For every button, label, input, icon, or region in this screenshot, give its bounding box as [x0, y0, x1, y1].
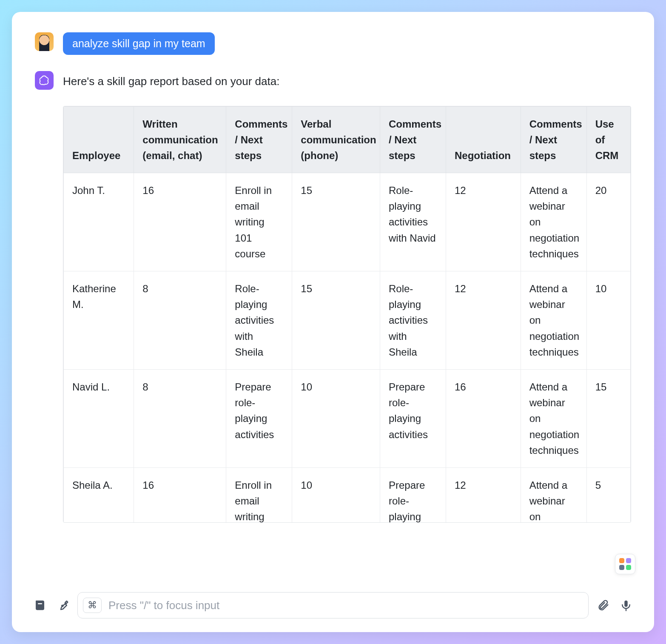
cell-value: 16: [134, 173, 226, 271]
cell-value: 20: [586, 173, 630, 271]
skill-gap-table-container[interactable]: Employee Written communication (email, c…: [63, 106, 631, 523]
voice-button[interactable]: [618, 597, 635, 614]
cell-value: 8: [134, 271, 226, 370]
library-button[interactable]: [31, 597, 48, 614]
col-verbal: Verbal communication (phone): [292, 106, 380, 173]
table-header-row: Employee Written communication (email, c…: [64, 106, 631, 173]
cell-employee: John T.: [64, 173, 134, 271]
col-employee: Employee: [64, 106, 134, 173]
cell-comment: Attend a webinar on negotiation: [521, 467, 586, 522]
table-row: Katherine M. 8 Role-playing activities w…: [64, 271, 631, 370]
composer-bar: ⌘: [12, 584, 654, 632]
conversation-area: analyze skill gap in my team Here's a sk…: [12, 12, 654, 584]
cell-employee: Sheila A.: [64, 467, 134, 522]
cell-value: 10: [292, 369, 380, 467]
cell-value: 10: [292, 467, 380, 522]
col-written: Written communication (email, chat): [134, 106, 226, 173]
svg-rect-3: [624, 601, 628, 607]
openai-knot-icon: [38, 74, 50, 86]
pen-nib-icon: [57, 599, 69, 612]
pen-tool-button[interactable]: [54, 597, 71, 614]
user-avatar: [35, 32, 54, 51]
apps-widget-button[interactable]: [615, 554, 635, 574]
cell-value: 12: [446, 173, 521, 271]
microphone-icon: [620, 599, 632, 612]
user-message-row: analyze skill gap in my team: [35, 32, 631, 55]
cell-comment: Role-playing activities with Sheila: [226, 271, 292, 370]
cell-comment: Enroll in email writing 101: [226, 467, 292, 522]
col-negotiation: Negotiation: [446, 106, 521, 173]
apps-grid-icon: [619, 558, 631, 570]
cell-value: 15: [586, 369, 630, 467]
assistant-intro-text: Here's a skill gap report based on your …: [63, 71, 279, 89]
cell-value: 16: [446, 369, 521, 467]
chat-card: analyze skill gap in my team Here's a sk…: [12, 12, 654, 632]
attach-button[interactable]: [595, 597, 612, 614]
user-message-bubble: analyze skill gap in my team: [63, 32, 215, 55]
book-icon: [34, 599, 46, 612]
paperclip-icon: [597, 599, 609, 612]
cell-value: 12: [446, 271, 521, 370]
cell-comment: Attend a webinar on negotiation techniqu…: [521, 271, 586, 370]
col-comments3: Comments / Next steps: [521, 106, 586, 173]
cell-comment: Attend a webinar on negotiation techniqu…: [521, 369, 586, 467]
cell-value: 12: [446, 467, 521, 522]
cell-comment: Role-playing activities with Sheila: [380, 271, 446, 370]
shortcut-chip: ⌘: [83, 598, 102, 613]
assistant-avatar: [35, 71, 54, 90]
cell-comment: Role-playing activities with Navid: [380, 173, 446, 271]
table-row: Navid L. 8 Prepare role-playing activiti…: [64, 369, 631, 467]
cell-value: 15: [292, 173, 380, 271]
cell-value: 8: [134, 369, 226, 467]
cell-comment: Prepare role-playing: [380, 467, 446, 522]
cell-comment: Attend a webinar on negotiation techniqu…: [521, 173, 586, 271]
cell-comment: Prepare role-playing activities: [380, 369, 446, 467]
table-row: Sheila A. 16 Enroll in email writing 101…: [64, 467, 631, 522]
cell-value: 10: [586, 271, 630, 370]
cell-value: 15: [292, 271, 380, 370]
svg-rect-0: [36, 601, 44, 610]
skill-gap-table: Employee Written communication (email, c…: [63, 106, 631, 523]
cell-comment: Enroll in email writing 101 course: [226, 173, 292, 271]
col-comments2: Comments / Next steps: [380, 106, 446, 173]
cell-value: 16: [134, 467, 226, 522]
svg-rect-1: [38, 603, 42, 604]
message-input-shell[interactable]: ⌘: [77, 592, 589, 618]
svg-point-2: [62, 605, 63, 607]
col-crm: Use of CRM: [586, 106, 630, 173]
assistant-message-row: Here's a skill gap report based on your …: [35, 71, 631, 90]
cell-comment: Prepare role-playing activities: [226, 369, 292, 467]
col-comments1: Comments / Next steps: [226, 106, 292, 173]
cell-employee: Katherine M.: [64, 271, 134, 370]
cell-value: 5: [586, 467, 630, 522]
table-row: John T. 16 Enroll in email writing 101 c…: [64, 173, 631, 271]
message-input[interactable]: [108, 599, 583, 612]
cell-employee: Navid L.: [64, 369, 134, 467]
